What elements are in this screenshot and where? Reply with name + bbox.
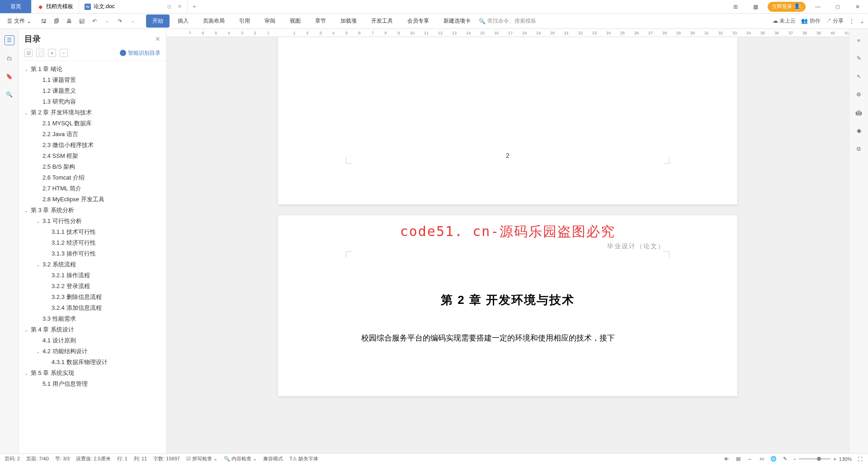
ribbon-tab-review[interactable]: 审阅 xyxy=(258,14,282,28)
ruler[interactable]: 7654321123456789101112131415161718192021… xyxy=(166,29,849,37)
collapse-icon[interactable]: « xyxy=(854,35,864,45)
toc-item[interactable]: ⌄3.1 可行性分析 xyxy=(19,216,166,227)
layout-icon[interactable]: ⊞ xyxy=(728,1,743,12)
toc-item[interactable]: 3.1.1 技术可行性 xyxy=(19,227,166,237)
folder-icon[interactable]: 🗀 xyxy=(5,53,14,63)
zoom-slider[interactable] xyxy=(799,458,830,459)
ribbon-tab-addon[interactable]: 加载项 xyxy=(334,14,363,28)
toc-item[interactable]: 3.3 性能需求 xyxy=(19,313,166,324)
ribbon-tab-layout[interactable]: 页面布局 xyxy=(197,14,231,28)
eye-icon[interactable]: 👁 xyxy=(723,455,730,463)
pen-icon[interactable]: ✎ xyxy=(854,53,864,63)
toc-item[interactable]: 3.1.3 操作可行性 xyxy=(19,248,166,259)
popout-icon[interactable]: ⧉ xyxy=(167,4,171,10)
toc-item[interactable]: 3.2.2 登录流程 xyxy=(19,281,166,292)
view-page-icon[interactable]: ▤ xyxy=(735,455,742,463)
view-outline-icon[interactable]: ⎼ xyxy=(746,455,754,463)
share-button[interactable]: ↗ 分享 xyxy=(826,17,844,25)
status-missing-font[interactable]: T⚠ 缺失字体 xyxy=(289,455,318,462)
status-setval[interactable]: 设置值: 2.5厘米 xyxy=(76,455,110,462)
toc-item[interactable]: ⌄第 2 章 开发环境与技术 xyxy=(19,107,166,118)
zoom-value[interactable]: 130% xyxy=(839,456,852,462)
toc-item[interactable]: 2.2 Java 语言 xyxy=(19,129,166,140)
toc-tool-2[interactable]: ⬚ xyxy=(36,49,44,57)
tab-home[interactable]: 首页 xyxy=(0,0,32,13)
cursor-icon[interactable]: ↖ xyxy=(854,71,864,81)
toc-item[interactable]: 1.1 课题背景 xyxy=(19,75,166,85)
ribbon-tab-chapter[interactable]: 章节 xyxy=(309,14,332,28)
toc-item[interactable]: 1.3 研究内容 xyxy=(19,96,166,107)
close-button[interactable]: ✕ xyxy=(850,1,865,12)
grid-icon[interactable]: ▦ xyxy=(748,1,763,12)
status-chars[interactable]: 字数: 15897 xyxy=(153,455,180,462)
status-pagecode[interactable]: 页码: 2 xyxy=(5,455,20,462)
chevron-down-icon[interactable]: ⌄ xyxy=(103,17,112,26)
undo-icon[interactable]: ↶ xyxy=(90,17,99,26)
toc-tool-remove[interactable]: − xyxy=(60,49,68,57)
ribbon-tab-member[interactable]: 会员专享 xyxy=(401,14,435,28)
toc-item[interactable]: ⌄第 1 章 绪论 xyxy=(19,64,166,75)
highlight-icon[interactable]: ✎ xyxy=(782,455,789,463)
toc-item[interactable]: 2.7 HTML 简介 xyxy=(19,183,166,194)
collab-button[interactable]: 👥 协作 xyxy=(801,17,820,25)
settings-icon[interactable]: ⚙ xyxy=(854,90,864,99)
search-icon[interactable]: 🔍 xyxy=(5,90,14,99)
layout-icon[interactable]: ⧉ xyxy=(854,144,864,154)
toc-item[interactable]: ⌄4.2 功能结构设计 xyxy=(19,346,166,357)
more-icon[interactable]: ⋮ xyxy=(849,18,854,24)
toc-item[interactable]: 2.5 B/S 架构 xyxy=(19,161,166,172)
close-icon[interactable]: ✕ xyxy=(155,35,160,43)
zoom-out-button[interactable]: − xyxy=(793,456,796,462)
status-col[interactable]: 列: 11 xyxy=(134,455,147,462)
print-icon[interactable]: 🖶 xyxy=(65,17,74,26)
tab-templates[interactable]: ◆ 找稻壳模板 xyxy=(32,0,79,13)
status-page[interactable]: 页面: 7/40 xyxy=(26,455,49,462)
toc-item[interactable]: ⌄第 4 章 系统设计 xyxy=(19,324,166,335)
zoom-in-button[interactable]: + xyxy=(833,456,836,462)
badge-icon[interactable]: ◉ xyxy=(854,126,864,136)
file-menu[interactable]: ☰ 文件 ⌄ xyxy=(4,15,35,27)
pages-viewport[interactable]: 2 code51. cn-源码乐园盗图必究 毕业设计（论文） 第 2 章 开发环… xyxy=(166,37,849,453)
ribbon-tab-reference[interactable]: 引用 xyxy=(233,14,256,28)
status-section[interactable]: 节: 3/3 xyxy=(55,455,70,462)
toc-item[interactable]: ⌄第 3 章 系统分析 xyxy=(19,205,166,216)
view-web-icon[interactable]: 🌐 xyxy=(770,455,777,463)
status-spellcheck[interactable]: ☑ 拼写检查 ⌄ xyxy=(186,455,217,462)
toc-item[interactable]: 2.6 Tomcat 介绍 xyxy=(19,172,166,183)
toc-item[interactable]: 3.1.2 经济可行性 xyxy=(19,237,166,248)
toc-item[interactable]: 2.8 MyEclipse 开发工具 xyxy=(19,194,166,205)
save-icon[interactable]: 🖫 xyxy=(39,17,48,26)
maximize-button[interactable]: ◻ xyxy=(830,1,845,12)
ribbon-tab-view[interactable]: 视图 xyxy=(283,14,307,28)
view-read-icon[interactable]: ▭ xyxy=(758,455,765,463)
toc-item[interactable]: 3.2.4 添加信息流程 xyxy=(19,303,166,313)
toc-item[interactable]: ⌄第 5 章 系统实现 xyxy=(19,368,166,379)
toc-item[interactable]: 2.1 MYSQL 数据库 xyxy=(19,118,166,129)
toc-item[interactable]: ⌄3.2 系统流程 xyxy=(19,259,166,270)
status-compat[interactable]: 兼容模式 xyxy=(263,455,283,462)
bookmark-icon[interactable]: 🔖 xyxy=(5,71,14,81)
smart-toc-button[interactable]: 智能识别目录 xyxy=(120,49,160,57)
save-as-icon[interactable]: 🗐 xyxy=(52,17,61,26)
assistant-icon[interactable]: 🤖 xyxy=(854,108,864,118)
ribbon-tab-custom[interactable]: 新建选项卡 xyxy=(437,14,477,28)
toc-item[interactable]: 3.2.3 删除信息流程 xyxy=(19,292,166,303)
outline-icon[interactable]: ☰ xyxy=(5,35,14,45)
close-icon[interactable]: ✕ xyxy=(178,4,182,9)
minimize-button[interactable]: — xyxy=(810,1,826,12)
chevron-down-icon[interactable]: ⌄ xyxy=(128,17,137,26)
toc-tool-1[interactable]: ☑ xyxy=(24,49,33,57)
toc-item[interactable]: 1.2 课题意义 xyxy=(19,85,166,96)
toc-item[interactable]: 5.1 用户信息管理 xyxy=(19,379,166,389)
toc-item[interactable]: 3.2.1 操作流程 xyxy=(19,270,166,281)
status-contentcheck[interactable]: 🔍 内容检查 ⌄ xyxy=(224,455,257,462)
toc-item[interactable]: 4.3.1 数据库物理设计 xyxy=(19,357,166,368)
redo-icon[interactable]: ↷ xyxy=(115,17,124,26)
login-button[interactable]: 立即登录 👤 xyxy=(768,2,806,12)
search-input[interactable]: 🔍 查找命令、搜索模板 xyxy=(479,17,547,25)
ribbon-tab-start[interactable]: 开始 xyxy=(146,14,170,28)
status-row[interactable]: 行: 1 xyxy=(117,455,127,462)
tab-document[interactable]: W 论文.doc ⧉ ✕ xyxy=(79,0,188,13)
toc-item[interactable]: 2.3 微信小程序技术 xyxy=(19,140,166,151)
new-tab-button[interactable]: ＋ xyxy=(188,0,201,13)
